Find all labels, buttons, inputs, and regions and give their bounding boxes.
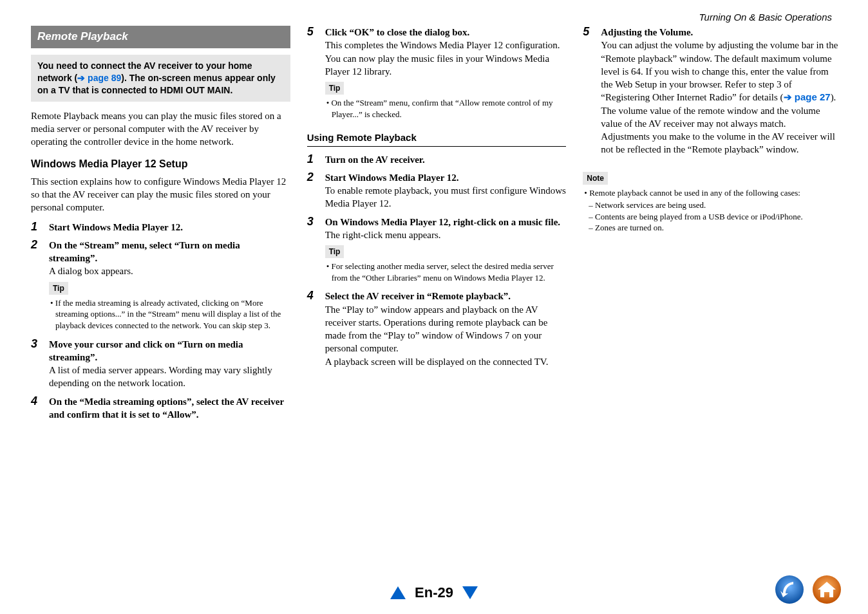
- step-number: 1: [307, 153, 319, 166]
- step-item: 4 On the “Media streaming options”, sele…: [31, 395, 290, 422]
- step-number: 1: [31, 221, 42, 234]
- tip-bullet: • For selecting another media server, se…: [325, 261, 567, 283]
- step-text: The “Play to” window appears and playbac…: [325, 303, 567, 355]
- step-number: 2: [31, 239, 42, 333]
- step-text: Adjustments you make to the volume in th…: [601, 130, 842, 156]
- step-item: 5 Adjusting the Volume. You can adjust t…: [583, 26, 842, 156]
- tip-label: Tip: [325, 245, 344, 258]
- step-text: The volume value of the remote window an…: [601, 104, 842, 131]
- tip-label: Tip: [49, 282, 68, 295]
- step-number: 3: [31, 338, 42, 390]
- tip-label: Tip: [325, 82, 344, 95]
- intro-paragraph: Remote Playback means you can play the m…: [31, 109, 290, 149]
- step-text: The right-click menu appears.: [325, 228, 567, 241]
- step-item: 1 Turn on the AV receiver.: [307, 153, 567, 166]
- step-title: On Windows Media Player 12, right-click …: [325, 216, 567, 228]
- step-number: 4: [31, 395, 42, 422]
- note-item: – Contents are being played from a USB d…: [583, 211, 842, 223]
- step-text: To enable remote playback, you must firs…: [325, 184, 567, 210]
- next-page-icon[interactable]: [462, 586, 478, 599]
- step-title: Start Windows Media Player 12.: [49, 222, 183, 232]
- step-item: 5 Click “OK” to close the dialog box. Th…: [307, 26, 567, 121]
- step-text: A dialog box appears.: [49, 265, 290, 277]
- note-label: Note: [583, 172, 608, 185]
- step-text: You can adjust the volume by adjusting t…: [601, 39, 842, 104]
- page-footer: En-29: [0, 584, 868, 601]
- step-title: On the “Stream” menu, select “Turn on me…: [49, 239, 290, 265]
- page-link-27[interactable]: ➔ page 27: [784, 91, 831, 102]
- content-columns: Remote Playback You need to connect the …: [31, 26, 842, 426]
- step-number: 5: [307, 26, 319, 121]
- step-item: 1 Start Windows Media Player 12.: [31, 221, 290, 234]
- heading-rule: [307, 146, 567, 147]
- prev-page-icon[interactable]: [390, 586, 406, 599]
- note-item: – Network services are being used.: [583, 200, 842, 211]
- step-title: Move your cursor and click on “Turn on m…: [49, 338, 290, 364]
- step-number: 3: [307, 216, 319, 285]
- step-title: Select the AV receiver in “Remote playba…: [325, 290, 567, 302]
- tip-bullet: • If the media streaming is already acti…: [49, 297, 290, 331]
- page-number: En-29: [415, 584, 453, 601]
- note-lead: • Remote playback cannot be used in any …: [583, 187, 842, 199]
- home-icon[interactable]: [811, 574, 842, 605]
- step-title: Adjusting the Volume.: [601, 26, 842, 39]
- step-number: 4: [307, 290, 319, 368]
- step-title: Turn on the AV receiver.: [325, 154, 425, 165]
- column-1: Remote Playback You need to connect the …: [31, 26, 290, 426]
- step-item: 2 Start Windows Media Player 12. To enab…: [307, 171, 567, 210]
- svg-point-0: [775, 575, 804, 604]
- back-icon[interactable]: [774, 574, 805, 605]
- tip-bullet: • On the “Stream” menu, confirm that “Al…: [325, 97, 567, 120]
- column-3: 5 Adjusting the Volume. You can adjust t…: [583, 26, 842, 426]
- step-text: You can now play the music files in your…: [325, 52, 567, 79]
- step-text: A list of media server appears. Wording …: [49, 364, 290, 390]
- step-item: 3 Move your cursor and click on “Turn on…: [31, 338, 290, 390]
- step-text: A playback screen will be displayed on t…: [325, 355, 567, 368]
- step-item: 3 On Windows Media Player 12, right-clic…: [307, 216, 567, 285]
- step-title: Click “OK” to close the dialog box.: [325, 26, 567, 39]
- step-text: This completes the Windows Media Player …: [325, 39, 567, 51]
- section-heading: Remote Playback: [31, 26, 290, 48]
- subsection-heading: Windows Media Player 12 Setup: [31, 157, 290, 171]
- notice-box: You need to connect the AV receiver to y…: [31, 55, 290, 102]
- column-2: 5 Click “OK” to close the dialog box. Th…: [307, 26, 567, 426]
- step-item: 4 Select the AV receiver in “Remote play…: [307, 290, 567, 368]
- subsection-desc: This section explains how to configure W…: [31, 175, 290, 214]
- step-item: 2 On the “Stream” menu, select “Turn on …: [31, 239, 290, 333]
- subsection-heading: Using Remote Playback: [307, 131, 567, 144]
- notice-bold-end: HDMI OUT MAIN.: [160, 85, 233, 95]
- note-item: – Zones are turned on.: [583, 222, 842, 234]
- step-title: Start Windows Media Player 12.: [325, 171, 567, 184]
- step-number: 2: [307, 171, 319, 210]
- step-number: 5: [583, 26, 594, 156]
- chapter-title: Turning On & Basic Operations: [699, 12, 832, 23]
- step-title: On the “Media streaming options”, select…: [49, 395, 290, 422]
- page-link-89[interactable]: ➔ page 89: [77, 73, 121, 83]
